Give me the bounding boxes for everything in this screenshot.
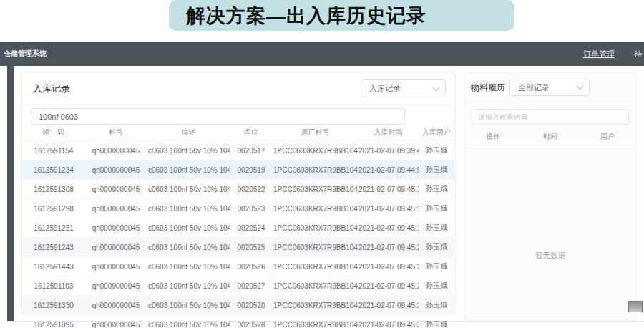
- table-cell: 1PCC0603KRX7R9BB104: [273, 276, 358, 296]
- table-row[interactable]: 1612591103qh0000000045c0603 100nf 50v 10…: [23, 276, 454, 296]
- table-cell: 0020520: [230, 296, 273, 315]
- table-cell: 1PCC0603KRX7R9BB104: [273, 238, 358, 257]
- table-cell: 2021-02-07 09:45:22: [358, 238, 419, 257]
- table-cell: 1612591298: [23, 199, 84, 218]
- table-cell: 孙玉娥: [419, 276, 454, 296]
- table-cell: qh0000000045: [84, 160, 147, 180]
- history-filter-select-value: 全部记录: [518, 82, 550, 93]
- table-cell: qh0000000045: [84, 257, 147, 276]
- table-cell: 2021-02-07 09:44:57: [358, 160, 419, 180]
- col-header-inbound-time: 入库时间: [358, 124, 419, 141]
- table-cell: 1612591443: [23, 257, 84, 276]
- window-left-edge: [7, 66, 14, 321]
- table-row[interactable]: 1612591243qh0000000045c0603 100nf 50v 10…: [23, 238, 454, 257]
- col-header-location: 库位: [230, 124, 273, 141]
- table-cell: 1612591243: [23, 238, 84, 257]
- table-cell: c0603 100nf 50v 10% 104: [147, 238, 230, 257]
- app-brand: 仓储管理系统: [4, 49, 47, 59]
- table-cell: 1612591251: [23, 218, 84, 238]
- table-cell: 0020528: [230, 315, 273, 328]
- table-row[interactable]: 1612591251qh0000000045c0603 100nf 50v 10…: [23, 218, 454, 238]
- table-cell: 1612591095: [23, 315, 84, 328]
- table-cell: 0020522: [230, 180, 273, 199]
- table-cell: 1PCC0603KRX7R9BB104: [273, 218, 358, 238]
- table-row[interactable]: 1612591095qh0000000045c0603 100nf 50v 10…: [23, 315, 454, 328]
- table-cell: 孙玉娥: [419, 296, 454, 315]
- table-cell: c0603 100nf 50v 10% 104: [147, 199, 230, 218]
- inbound-search-input[interactable]: [31, 108, 405, 125]
- table-cell: 1PCC0603KRX7R9BB104: [273, 296, 358, 315]
- table-cell: 2021-02-07 09:45:18: [358, 218, 419, 238]
- table-cell: 2021-02-07 09:45:29: [358, 276, 419, 296]
- table-cell: 2021-02-07 09:45:14: [358, 199, 419, 218]
- table-cell: 0020526: [230, 257, 273, 276]
- inbound-table-body: 1612591154qh0000000045c0603 100nf 50v 10…: [23, 141, 454, 328]
- empty-data-message: 暂无数据: [464, 251, 636, 261]
- material-history-panel: 物料履历 全部记录 操作 时间 用户 暂无数据: [464, 72, 637, 321]
- history-filter-select[interactable]: 全部记录: [509, 79, 590, 96]
- table-cell: qh0000000045: [84, 238, 147, 257]
- material-history-title: 物料履历: [471, 82, 505, 94]
- table-cell: qh0000000045: [84, 315, 147, 328]
- table-row[interactable]: 1612591330qh0000000045c0603 100nf 50v 10…: [23, 296, 454, 315]
- table-cell: 1PCC0603KRX7R9BB104: [273, 160, 358, 180]
- history-search-input[interactable]: [472, 109, 629, 125]
- table-cell: 2021-02-07 09:45:26: [358, 257, 419, 276]
- table-cell: 1612591308: [23, 180, 84, 199]
- table-cell: c0603 100nf 50v 10% 104: [147, 180, 230, 199]
- resize-handle[interactable]: [628, 301, 643, 312]
- table-cell: qh0000000045: [84, 218, 147, 238]
- table-cell: 孙玉娥: [419, 257, 454, 276]
- table-cell: 2021-02-07 09:45:3: [358, 296, 419, 315]
- col-header-unique-code: 唯一码: [23, 124, 84, 141]
- col-header-part-no: 料号: [84, 124, 147, 141]
- table-cell: 0020517: [230, 141, 273, 160]
- record-type-select[interactable]: 入库记录: [361, 79, 446, 97]
- table-row[interactable]: 1612591234qh0000000045c0603 100nf 50v 10…: [23, 160, 454, 180]
- col-header-inbound-user: 入库用户: [419, 124, 454, 141]
- col-header-description: 描述: [147, 124, 230, 141]
- history-col-time: 时间: [522, 132, 579, 142]
- table-header-row: 唯一码 料号 描述 库位 原厂料号 入库时间 入库用户: [23, 124, 454, 141]
- table-row[interactable]: 1612591308qh0000000045c0603 100nf 50v 10…: [23, 180, 454, 199]
- inbound-panel-header: 入库记录 入库记录: [22, 72, 455, 105]
- table-cell: 0020524: [230, 218, 273, 238]
- table-cell: 孙玉娥: [419, 141, 454, 160]
- chevron-down-icon: [433, 84, 440, 91]
- table-row[interactable]: 1612591298qh0000000045c0603 100nf 50v 10…: [23, 199, 454, 218]
- page-title: 解决方案—出入库历史记录: [186, 3, 426, 29]
- table-row[interactable]: 1612591154qh0000000045c0603 100nf 50v 10…: [23, 141, 454, 160]
- app-header-bar: 仓储管理系统 订单管理 待: [0, 42, 644, 66]
- table-cell: 1PCC0603KRX7R9BB104: [273, 257, 358, 276]
- table-cell: 孙玉娥: [419, 218, 454, 238]
- table-cell: 2021-02-07 09:45:34: [358, 315, 419, 328]
- table-cell: c0603 100nf 50v 10% 104: [147, 296, 230, 315]
- table-row[interactable]: 1612591443qh0000000045c0603 100nf 50v 10…: [23, 257, 454, 276]
- page: 解决方案—出入库历史记录 仓储管理系统 订单管理 待 入库记录 入库记录: [0, 0, 644, 328]
- table-cell: 孙玉娥: [419, 315, 454, 328]
- table-cell: 0020527: [230, 276, 273, 296]
- chevron-down-icon: [577, 83, 584, 90]
- table-cell: c0603 100nf 50v 10% 104: [147, 276, 230, 296]
- inbound-table: 唯一码 料号 描述 库位 原厂料号 入库时间 入库用户 1612591154qh…: [23, 124, 454, 328]
- table-cell: c0603 100nf 50v 10% 104: [147, 315, 230, 328]
- header-nav: 订单管理 待: [583, 49, 644, 59]
- inbound-records-panel: 入库记录 入库记录 唯一码 料号 描述 库位 原厂料号: [21, 72, 456, 314]
- table-cell: 1612591154: [23, 141, 84, 160]
- table-cell: 1612591330: [23, 296, 84, 315]
- table-cell: 0020525: [230, 238, 273, 257]
- table-cell: 1612591234: [23, 160, 84, 180]
- history-table-header: 操作 时间 用户: [464, 132, 636, 149]
- table-cell: 1PCC0603KRX7R9BB104: [273, 141, 358, 160]
- material-history-header: 物料履历 全部记录: [464, 72, 636, 102]
- table-cell: c0603 100nf 50v 10% 104: [147, 141, 230, 160]
- table-cell: 1612591103: [23, 276, 84, 296]
- nav-item-partial[interactable]: 待: [634, 49, 642, 59]
- table-cell: 孙玉娥: [419, 238, 454, 257]
- table-cell: qh0000000045: [84, 199, 147, 218]
- title-banner: 解决方案—出入库历史记录: [169, 0, 514, 31]
- history-col-operation: 操作: [464, 132, 522, 142]
- table-cell: 1PCC0603KRX7R9BB104: [273, 180, 358, 199]
- nav-item-order-management[interactable]: 订单管理: [583, 49, 615, 59]
- record-type-select-value: 入库记录: [369, 83, 401, 94]
